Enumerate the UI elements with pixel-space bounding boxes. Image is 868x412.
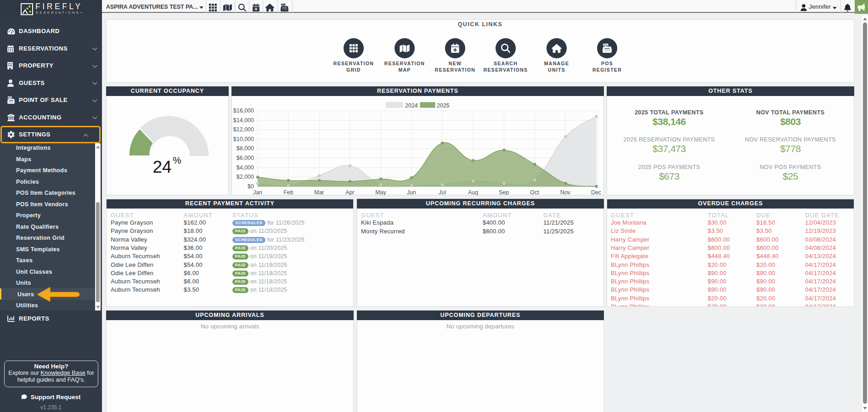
svg-text:$6,000: $6,000 (237, 155, 254, 161)
svg-text:$14,000: $14,000 (233, 117, 254, 124)
svg-text:Aug: Aug (468, 189, 478, 196)
svg-text:Feb: Feb (283, 189, 293, 196)
svg-text:Oct: Oct (530, 189, 539, 196)
svg-text:$4,000: $4,000 (237, 164, 254, 171)
svg-text:$10,000: $10,000 (233, 136, 254, 142)
svg-text:Apr: Apr (345, 189, 354, 196)
svg-text:%: % (173, 155, 181, 165)
svg-text:2025: 2025 (437, 102, 450, 109)
svg-text:Nov: Nov (560, 189, 571, 196)
svg-text:$2,000: $2,000 (237, 174, 254, 180)
svg-text:Dec: Dec (591, 189, 601, 196)
svg-text:Jan: Jan (253, 189, 262, 196)
svg-text:$16,000: $16,000 (233, 107, 254, 114)
svg-text:$12,000: $12,000 (233, 126, 254, 133)
svg-text:Jul: Jul (439, 189, 446, 196)
svg-text:$8,000: $8,000 (237, 145, 254, 152)
svg-text:24: 24 (152, 158, 171, 176)
svg-text:2024: 2024 (405, 102, 418, 109)
svg-text:May: May (375, 189, 386, 196)
svg-text:Sep: Sep (499, 189, 509, 196)
svg-text:Mar: Mar (314, 189, 324, 196)
svg-text:Jun: Jun (407, 189, 416, 196)
